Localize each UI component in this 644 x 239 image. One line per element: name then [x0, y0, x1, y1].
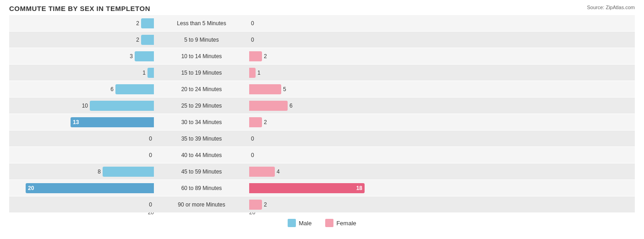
female-bar: [249, 68, 256, 78]
bar-row: 8 45 to 59 Minutes 4: [9, 163, 635, 179]
bar-row: 6 20 to 24 Minutes 5: [9, 81, 635, 97]
row-label: 40 to 44 Minutes: [156, 152, 247, 158]
male-bar: [103, 167, 154, 177]
bar-row: 0 90 or more Minutes 2: [9, 196, 635, 212]
bar-row: 10 25 to 29 Minutes 6: [9, 98, 635, 114]
row-label: 25 to 29 Minutes: [156, 103, 247, 109]
female-bar: [249, 101, 288, 111]
bar-row: 1 15 to 19 Minutes 1: [9, 65, 635, 81]
bar-row: 3 10 to 14 Minutes 2: [9, 48, 635, 64]
female-value: 0: [251, 37, 261, 43]
male-bar: [115, 84, 154, 94]
bar-row: 20 60 to 89 Minutes 18: [9, 180, 635, 196]
row-label: 15 to 19 Minutes: [156, 70, 247, 76]
female-label: Female: [336, 220, 356, 227]
legend: Male Female: [9, 219, 635, 227]
female-value: 2: [264, 53, 274, 60]
female-value: 4: [277, 168, 287, 175]
row-label: 20 to 24 Minutes: [156, 86, 247, 92]
bar-row: 0 35 to 39 Minutes 0: [9, 130, 635, 147]
male-bar: [141, 18, 154, 28]
chart-area: 2 Less than 5 Minutes 0 2 5 to 9 Minutes: [9, 15, 635, 206]
male-value-highlight: 20: [28, 185, 34, 191]
female-bar: [249, 117, 262, 127]
female-value: 2: [264, 201, 274, 208]
male-bar: [135, 51, 154, 61]
row-label: 45 to 59 Minutes: [156, 168, 247, 175]
row-label: Less than 5 Minutes: [156, 20, 247, 27]
bar-row: 2 Less than 5 Minutes 0: [9, 15, 635, 31]
bar-row: 0 40 to 44 Minutes 0: [9, 147, 635, 163]
female-value: 0: [251, 136, 261, 142]
male-value: 2: [129, 37, 139, 43]
row-label: 90 or more Minutes: [156, 201, 247, 208]
bar-row: 13 30 to 34 Minutes 2: [9, 114, 635, 130]
source-text: Source: ZipAtlas.com: [587, 5, 635, 10]
chart-title: COMMUTE TIME BY SEX IN TEMPLETON: [9, 5, 635, 12]
row-label: 5 to 9 Minutes: [156, 37, 247, 43]
legend-female: Female: [325, 219, 356, 227]
male-value: 3: [123, 53, 133, 60]
male-value: 8: [91, 168, 101, 175]
female-bar: [249, 51, 262, 61]
female-bar: [249, 200, 262, 210]
female-value: 0: [251, 20, 261, 27]
male-bar: [147, 68, 154, 78]
legend-male: Male: [288, 219, 311, 227]
male-label: Male: [299, 220, 311, 227]
male-value: 0: [142, 136, 152, 142]
female-value: 2: [264, 119, 274, 125]
male-value: 6: [104, 86, 114, 92]
male-value: 1: [136, 70, 146, 76]
female-value: 5: [283, 86, 293, 92]
row-label: 60 to 89 Minutes: [156, 185, 247, 191]
female-value: 0: [251, 152, 261, 158]
male-bar: [90, 101, 154, 111]
female-value: 1: [257, 70, 267, 76]
male-value: 2: [129, 20, 139, 27]
chart-container: COMMUTE TIME BY SEX IN TEMPLETON Source:…: [0, 0, 644, 239]
row-label: 10 to 14 Minutes: [156, 53, 247, 60]
female-bar: [249, 167, 275, 177]
row-label: 35 to 39 Minutes: [156, 136, 247, 142]
male-value: 0: [142, 152, 152, 158]
male-value: 0: [142, 201, 152, 208]
female-value-highlight: 18: [356, 185, 362, 191]
female-color-box: [325, 219, 333, 227]
bar-row: 2 5 to 9 Minutes 0: [9, 32, 635, 48]
male-value-highlight: 13: [73, 119, 79, 125]
male-value: 10: [78, 103, 88, 109]
female-bar: [249, 84, 281, 94]
row-label: 30 to 34 Minutes: [156, 119, 247, 125]
male-color-box: [288, 219, 296, 227]
male-bar: [141, 35, 154, 45]
female-value: 6: [289, 103, 300, 109]
